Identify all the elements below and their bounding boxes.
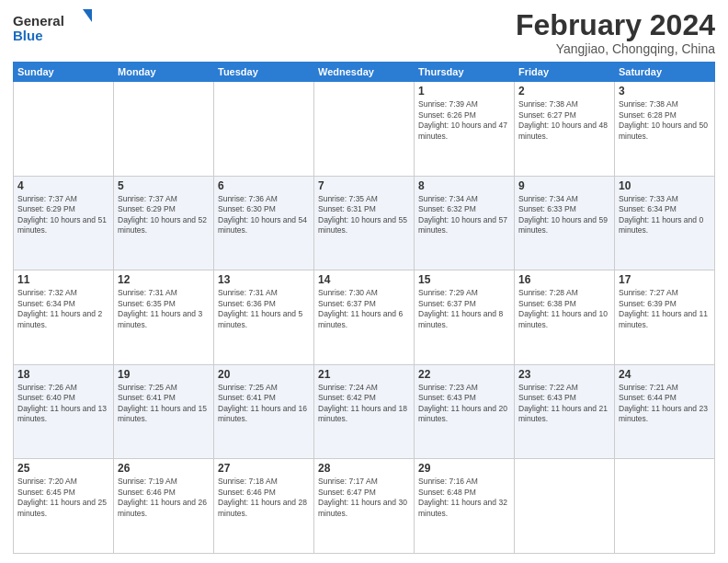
table-row: 26Sunrise: 7:19 AM Sunset: 6:46 PM Dayli… bbox=[114, 459, 214, 554]
day-number: 25 bbox=[17, 462, 109, 475]
title-block: February 2024 Yangjiao, Chongqing, China bbox=[516, 9, 715, 56]
table-row: 16Sunrise: 7:28 AM Sunset: 6:38 PM Dayli… bbox=[515, 270, 615, 365]
day-number: 14 bbox=[318, 273, 410, 286]
weekday-header-row: Sunday Monday Tuesday Wednesday Thursday… bbox=[14, 63, 715, 82]
day-info: Sunrise: 7:26 AM Sunset: 6:40 PM Dayligh… bbox=[17, 383, 109, 425]
calendar-week-row: 18Sunrise: 7:26 AM Sunset: 6:40 PM Dayli… bbox=[14, 364, 715, 459]
day-number: 13 bbox=[218, 273, 310, 286]
col-saturday: Saturday bbox=[615, 63, 715, 82]
day-number: 1 bbox=[418, 85, 510, 98]
day-info: Sunrise: 7:21 AM Sunset: 6:44 PM Dayligh… bbox=[619, 383, 711, 425]
day-number: 8 bbox=[418, 179, 510, 192]
table-row bbox=[615, 459, 715, 554]
page: General Blue February 2024 Yangjiao, Cho… bbox=[0, 0, 728, 563]
table-row: 13Sunrise: 7:31 AM Sunset: 6:36 PM Dayli… bbox=[214, 270, 314, 365]
day-info: Sunrise: 7:25 AM Sunset: 6:41 PM Dayligh… bbox=[118, 383, 210, 425]
day-info: Sunrise: 7:37 AM Sunset: 6:29 PM Dayligh… bbox=[17, 194, 109, 236]
title-location: Yangjiao, Chongqing, China bbox=[516, 41, 715, 56]
day-number: 12 bbox=[118, 273, 210, 286]
table-row: 25Sunrise: 7:20 AM Sunset: 6:45 PM Dayli… bbox=[14, 459, 114, 554]
col-monday: Monday bbox=[114, 63, 214, 82]
day-number: 9 bbox=[518, 179, 610, 192]
table-row: 1Sunrise: 7:39 AM Sunset: 6:26 PM Daylig… bbox=[415, 82, 515, 177]
day-number: 28 bbox=[318, 462, 410, 475]
day-number: 3 bbox=[619, 85, 711, 98]
day-number: 2 bbox=[518, 85, 610, 98]
day-info: Sunrise: 7:35 AM Sunset: 6:31 PM Dayligh… bbox=[318, 194, 410, 236]
table-row bbox=[214, 82, 314, 177]
day-info: Sunrise: 7:31 AM Sunset: 6:35 PM Dayligh… bbox=[118, 288, 210, 330]
table-row bbox=[515, 459, 615, 554]
day-info: Sunrise: 7:20 AM Sunset: 6:45 PM Dayligh… bbox=[17, 477, 109, 519]
day-info: Sunrise: 7:39 AM Sunset: 6:26 PM Dayligh… bbox=[418, 99, 510, 142]
table-row: 29Sunrise: 7:16 AM Sunset: 6:48 PM Dayli… bbox=[415, 459, 515, 554]
day-number: 10 bbox=[619, 179, 711, 192]
table-row: 15Sunrise: 7:29 AM Sunset: 6:37 PM Dayli… bbox=[415, 270, 515, 365]
day-info: Sunrise: 7:34 AM Sunset: 6:33 PM Dayligh… bbox=[518, 194, 610, 236]
day-info: Sunrise: 7:19 AM Sunset: 6:46 PM Dayligh… bbox=[118, 477, 210, 519]
day-number: 22 bbox=[418, 368, 510, 381]
table-row: 2Sunrise: 7:38 AM Sunset: 6:27 PM Daylig… bbox=[515, 82, 615, 177]
day-number: 4 bbox=[17, 179, 109, 192]
day-info: Sunrise: 7:30 AM Sunset: 6:37 PM Dayligh… bbox=[318, 288, 410, 330]
day-number: 6 bbox=[218, 179, 310, 192]
table-row bbox=[114, 82, 214, 177]
day-number: 27 bbox=[218, 462, 310, 475]
day-info: Sunrise: 7:36 AM Sunset: 6:30 PM Dayligh… bbox=[218, 194, 310, 236]
table-row: 18Sunrise: 7:26 AM Sunset: 6:40 PM Dayli… bbox=[14, 364, 114, 459]
day-info: Sunrise: 7:27 AM Sunset: 6:39 PM Dayligh… bbox=[619, 288, 711, 330]
calendar-week-row: 11Sunrise: 7:32 AM Sunset: 6:34 PM Dayli… bbox=[14, 270, 715, 365]
day-number: 21 bbox=[318, 368, 410, 381]
svg-marker-2 bbox=[83, 9, 92, 22]
table-row: 8Sunrise: 7:34 AM Sunset: 6:32 PM Daylig… bbox=[415, 176, 515, 270]
table-row: 5Sunrise: 7:37 AM Sunset: 6:29 PM Daylig… bbox=[114, 176, 214, 270]
day-info: Sunrise: 7:25 AM Sunset: 6:41 PM Dayligh… bbox=[218, 383, 310, 425]
col-thursday: Thursday bbox=[415, 63, 515, 82]
svg-text:Blue: Blue bbox=[13, 28, 43, 43]
svg-text:General: General bbox=[13, 13, 64, 29]
day-number: 26 bbox=[118, 462, 210, 475]
day-number: 18 bbox=[17, 368, 109, 381]
calendar-week-row: 1Sunrise: 7:39 AM Sunset: 6:26 PM Daylig… bbox=[14, 82, 715, 177]
day-number: 23 bbox=[518, 368, 610, 381]
table-row: 3Sunrise: 7:38 AM Sunset: 6:28 PM Daylig… bbox=[615, 82, 715, 177]
day-info: Sunrise: 7:34 AM Sunset: 6:32 PM Dayligh… bbox=[418, 194, 510, 236]
day-info: Sunrise: 7:31 AM Sunset: 6:36 PM Dayligh… bbox=[218, 288, 310, 330]
day-info: Sunrise: 7:28 AM Sunset: 6:38 PM Dayligh… bbox=[518, 288, 610, 330]
day-number: 11 bbox=[17, 273, 109, 286]
table-row: 22Sunrise: 7:23 AM Sunset: 6:43 PM Dayli… bbox=[415, 364, 515, 459]
table-row: 7Sunrise: 7:35 AM Sunset: 6:31 PM Daylig… bbox=[314, 176, 415, 270]
day-info: Sunrise: 7:38 AM Sunset: 6:27 PM Dayligh… bbox=[518, 99, 610, 142]
table-row: 19Sunrise: 7:25 AM Sunset: 6:41 PM Dayli… bbox=[114, 364, 214, 459]
day-number: 24 bbox=[619, 368, 711, 381]
logo: General Blue bbox=[13, 9, 96, 46]
day-number: 7 bbox=[318, 179, 410, 192]
day-number: 20 bbox=[218, 368, 310, 381]
day-info: Sunrise: 7:33 AM Sunset: 6:34 PM Dayligh… bbox=[619, 194, 711, 236]
day-info: Sunrise: 7:29 AM Sunset: 6:37 PM Dayligh… bbox=[418, 288, 510, 330]
table-row: 11Sunrise: 7:32 AM Sunset: 6:34 PM Dayli… bbox=[14, 270, 114, 365]
day-info: Sunrise: 7:37 AM Sunset: 6:29 PM Dayligh… bbox=[118, 194, 210, 236]
table-row bbox=[314, 82, 415, 177]
day-number: 16 bbox=[518, 273, 610, 286]
day-info: Sunrise: 7:16 AM Sunset: 6:48 PM Dayligh… bbox=[418, 477, 510, 519]
header: General Blue February 2024 Yangjiao, Cho… bbox=[13, 9, 715, 56]
calendar-table: Sunday Monday Tuesday Wednesday Thursday… bbox=[13, 62, 715, 554]
day-info: Sunrise: 7:38 AM Sunset: 6:28 PM Dayligh… bbox=[619, 99, 711, 142]
day-number: 29 bbox=[418, 462, 510, 475]
table-row: 6Sunrise: 7:36 AM Sunset: 6:30 PM Daylig… bbox=[214, 176, 314, 270]
day-number: 15 bbox=[418, 273, 510, 286]
table-row: 4Sunrise: 7:37 AM Sunset: 6:29 PM Daylig… bbox=[14, 176, 114, 270]
table-row: 10Sunrise: 7:33 AM Sunset: 6:34 PM Dayli… bbox=[615, 176, 715, 270]
day-number: 17 bbox=[619, 273, 711, 286]
day-number: 5 bbox=[118, 179, 210, 192]
day-info: Sunrise: 7:17 AM Sunset: 6:47 PM Dayligh… bbox=[318, 477, 410, 519]
col-tuesday: Tuesday bbox=[214, 63, 314, 82]
table-row: 24Sunrise: 7:21 AM Sunset: 6:44 PM Dayli… bbox=[615, 364, 715, 459]
calendar-week-row: 4Sunrise: 7:37 AM Sunset: 6:29 PM Daylig… bbox=[14, 176, 715, 270]
table-row: 17Sunrise: 7:27 AM Sunset: 6:39 PM Dayli… bbox=[615, 270, 715, 365]
day-info: Sunrise: 7:32 AM Sunset: 6:34 PM Dayligh… bbox=[17, 288, 109, 330]
logo-svg: General Blue bbox=[13, 9, 96, 46]
calendar-week-row: 25Sunrise: 7:20 AM Sunset: 6:45 PM Dayli… bbox=[14, 459, 715, 554]
table-row: 23Sunrise: 7:22 AM Sunset: 6:43 PM Dayli… bbox=[515, 364, 615, 459]
